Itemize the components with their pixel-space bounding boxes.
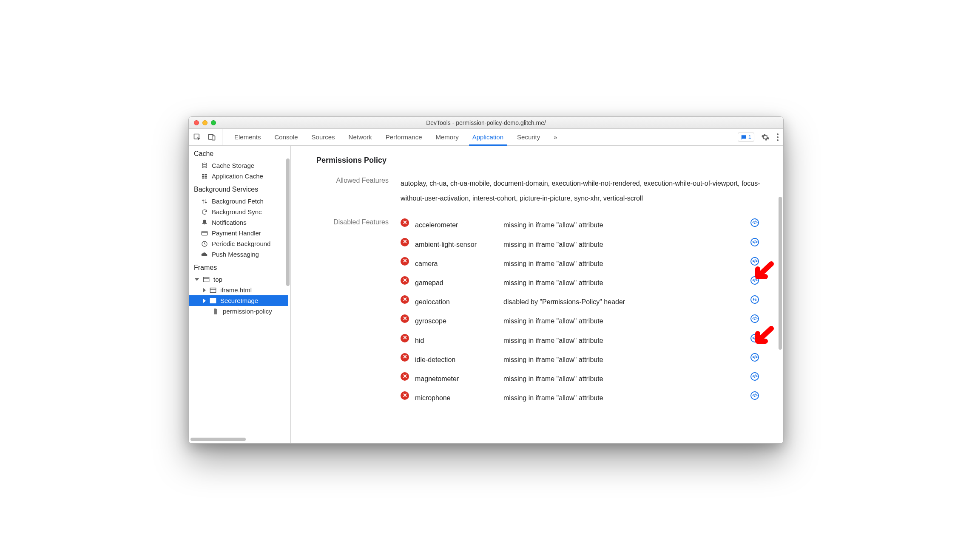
frame-permission-policy[interactable]: permission-policy: [189, 306, 288, 317]
feature-name: accelerometer: [415, 218, 500, 232]
feature-reason: missing in iframe "allow" attribute: [503, 256, 744, 271]
inspect-icon[interactable]: [193, 133, 202, 141]
sidebar-section-cache: Cache: [189, 146, 288, 160]
feature-name: idle-detection: [415, 352, 500, 367]
sidebar-item-notifications[interactable]: Notifications: [189, 217, 288, 228]
reveal-in-elements-icon[interactable]: </>: [747, 371, 762, 381]
devtools-tabs: Elements Console Sources Network Perform…: [227, 129, 564, 145]
sidebar-vertical-scrollbar[interactable]: [285, 146, 290, 436]
reveal-in-elements-icon[interactable]: </>: [747, 218, 762, 227]
svg-point-6: [202, 163, 207, 164]
sidebar-item-periodic-background[interactable]: Periodic Background: [189, 238, 288, 249]
tab-network[interactable]: Network: [342, 129, 379, 145]
issues-button[interactable]: 1: [738, 133, 754, 141]
bell-icon: [201, 220, 208, 226]
disabled-feature-row: ✕gamepadmissing in iframe "allow" attrib…: [401, 275, 762, 290]
frame-icon: [202, 277, 210, 283]
svg-rect-2: [212, 136, 215, 140]
svg-rect-12: [205, 177, 207, 178]
error-icon: ✕: [401, 238, 409, 246]
issues-count: 1: [748, 134, 751, 140]
svg-point-5: [777, 139, 779, 141]
more-icon[interactable]: [776, 133, 779, 141]
sidebar-horizontal-scrollbar[interactable]: [190, 437, 283, 441]
disabled-feature-row: ✕cameramissing in iframe "allow" attribu…: [401, 256, 762, 271]
sidebar-item-payment-handler[interactable]: Payment Handler: [189, 228, 288, 238]
disabled-feature-row: ✕gyroscopemissing in iframe "allow" attr…: [401, 314, 762, 328]
tab-memory[interactable]: Memory: [429, 129, 466, 145]
database-icon: [201, 163, 208, 169]
frame-iframe-html[interactable]: iframe.html: [189, 285, 288, 295]
disabled-feature-row: ✕hidmissing in iframe "allow" attribute<…: [401, 333, 762, 348]
frame-icon: [209, 287, 217, 293]
device-toolbar-icon[interactable]: [207, 133, 216, 141]
error-icon: ✕: [401, 257, 409, 266]
devtools-window: DevTools - permission-policy-demo.glitch…: [188, 116, 784, 444]
reveal-in-elements-icon[interactable]: </>: [747, 390, 762, 400]
feature-reason: missing in iframe "allow" attribute: [503, 314, 744, 328]
error-icon: ✕: [401, 334, 409, 342]
svg-rect-13: [202, 231, 207, 235]
settings-icon[interactable]: [761, 133, 770, 141]
feature-reason: missing in iframe "allow" attribute: [503, 352, 744, 367]
feature-name: camera: [415, 256, 500, 271]
svg-point-4: [777, 136, 779, 138]
sidebar-item-cache-storage[interactable]: Cache Storage: [189, 160, 288, 171]
updown-arrows-icon: [201, 198, 208, 204]
frame-top[interactable]: top: [189, 274, 288, 285]
cloud-icon: [201, 252, 208, 257]
tab-application[interactable]: Application: [466, 129, 510, 145]
window-titlebar: DevTools - permission-policy-demo.glitch…: [189, 117, 783, 129]
disabled-feature-row: ✕magnetometermissing in iframe "allow" a…: [401, 371, 762, 386]
feature-name: microphone: [415, 390, 500, 405]
feature-name: gamepad: [415, 275, 500, 290]
svg-rect-11: [202, 177, 204, 178]
feature-reason: missing in iframe "allow" attribute: [503, 218, 744, 232]
tab-security[interactable]: Security: [510, 129, 547, 145]
reveal-in-elements-icon[interactable]: </>: [747, 352, 762, 362]
reveal-in-elements-icon[interactable]: </>: [747, 237, 762, 246]
error-icon: ✕: [401, 218, 409, 227]
reveal-in-elements-icon[interactable]: </>: [747, 256, 762, 266]
reveal-in-elements-icon[interactable]: </>: [747, 275, 762, 285]
tab-elements[interactable]: Elements: [227, 129, 268, 145]
tabs-overflow-icon[interactable]: »: [547, 129, 564, 145]
window-title: DevTools - permission-policy-demo.glitch…: [189, 119, 783, 126]
disabled-feature-row: ✕geolocationdisabled by "Permissions-Pol…: [401, 294, 762, 309]
svg-rect-17: [210, 298, 216, 303]
tab-sources[interactable]: Sources: [305, 129, 342, 145]
frame-icon: [209, 298, 217, 304]
reveal-in-network-icon[interactable]: [747, 294, 762, 304]
svg-rect-7: [202, 174, 204, 175]
reveal-in-elements-icon[interactable]: </>: [747, 314, 762, 323]
feature-reason: missing in iframe "allow" attribute: [503, 275, 744, 290]
feature-name: geolocation: [415, 294, 500, 309]
chevron-right-icon: [203, 299, 206, 303]
disabled-feature-row: ✕accelerometermissing in iframe "allow" …: [401, 218, 762, 232]
allowed-label: Allowed Features: [316, 176, 389, 206]
sidebar-item-background-sync[interactable]: Background Sync: [189, 206, 288, 217]
sidebar-section-frames: Frames: [189, 260, 288, 274]
frame-secureimage[interactable]: SecureImage: [189, 295, 288, 306]
main-vertical-scrollbar[interactable]: [777, 146, 783, 443]
error-icon: ✕: [401, 391, 409, 400]
feature-name: ambient-light-sensor: [415, 237, 500, 252]
frame-details-panel: Permissions Policy Allowed Features auto…: [291, 146, 783, 443]
sync-icon: [201, 209, 208, 215]
sidebar-item-application-cache[interactable]: Application Cache: [189, 171, 288, 181]
document-icon: [212, 308, 219, 314]
tab-console[interactable]: Console: [268, 129, 305, 145]
sidebar-item-push-messaging[interactable]: Push Messaging: [189, 249, 288, 260]
tab-performance[interactable]: Performance: [379, 129, 429, 145]
allowed-features-text: autoplay, ch-ua, ch-ua-mobile, document-…: [401, 176, 762, 206]
svg-rect-16: [210, 288, 216, 292]
feature-reason: missing in iframe "allow" attribute: [503, 371, 744, 386]
svg-rect-8: [205, 174, 207, 175]
sidebar-item-background-fetch[interactable]: Background Fetch: [189, 196, 288, 206]
chevron-down-icon: [195, 278, 199, 281]
disabled-feature-row: ✕idle-detectionmissing in iframe "allow"…: [401, 352, 762, 367]
clock-icon: [201, 241, 208, 247]
chevron-right-icon: [203, 288, 206, 292]
sidebar-section-background-services: Background Services: [189, 181, 288, 196]
reveal-in-elements-icon[interactable]: </>: [747, 333, 762, 342]
